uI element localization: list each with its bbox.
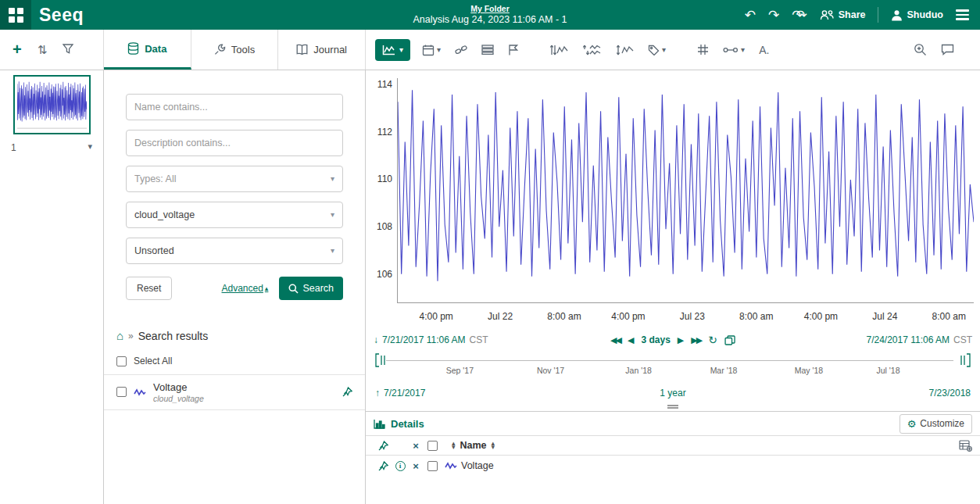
timeline-right-handle[interactable] xyxy=(958,353,971,367)
tab-data[interactable]: Data xyxy=(104,30,191,70)
split-lanes-button[interactable] xyxy=(580,42,603,58)
result-subtitle: cloud_voltage xyxy=(153,394,204,403)
search-button[interactable]: Search xyxy=(279,277,343,300)
range-end[interactable]: 7/24/2017 11:06 AM xyxy=(866,334,950,345)
chart-toolbar: ▾ ▾ xyxy=(366,30,980,70)
one-lane-button[interactable] xyxy=(547,42,570,58)
pin-column-icon[interactable] xyxy=(374,441,392,451)
range-end-tz: CST xyxy=(953,334,972,345)
breadcrumb-separator-icon: » xyxy=(128,331,134,341)
step-far-forward-icon[interactable]: ▶▶ xyxy=(691,335,701,345)
copy-range-icon[interactable] xyxy=(724,335,735,345)
asset-dropdown[interactable]: cloud_voltage ▾ xyxy=(126,202,343,228)
y-tick: 114 xyxy=(366,79,392,90)
comment-button[interactable] xyxy=(939,41,957,58)
step-far-back-icon[interactable]: ◀◀ xyxy=(610,335,621,345)
worksheet-thumbnail[interactable] xyxy=(13,75,91,134)
tab-tools[interactable]: Tools xyxy=(191,30,279,70)
tab-data-label: Data xyxy=(145,43,166,55)
annotate-button[interactable]: A. xyxy=(756,41,771,59)
thumbnail-chart xyxy=(17,79,87,130)
range-start-tz: CST xyxy=(470,334,488,345)
link-button[interactable] xyxy=(452,42,470,58)
investigate-start[interactable]: 7/21/2017 xyxy=(384,388,425,399)
display-range-bar: ↓ 7/21/2017 11:06 AM CST ◀◀ ◀ 3 days ▶ ▶… xyxy=(366,330,980,350)
range-duration[interactable]: 3 days xyxy=(641,334,670,345)
zoom-button[interactable] xyxy=(911,41,929,59)
table-settings-icon[interactable] xyxy=(959,440,972,452)
types-dropdown[interactable]: Types: All ▾ xyxy=(126,166,343,192)
name-column-header[interactable]: Name xyxy=(460,440,487,451)
table-row[interactable]: i × Voltage xyxy=(366,456,980,476)
advanced-link[interactable]: Advanced ▴ xyxy=(221,283,268,294)
chevron-down-icon: ▾ xyxy=(399,46,403,54)
pin-icon[interactable] xyxy=(342,387,352,397)
sort-dropdown[interactable]: Unsorted ▾ xyxy=(126,238,343,264)
reset-button[interactable]: Reset xyxy=(126,277,172,300)
list-item[interactable]: Voltage cloud_voltage xyxy=(104,375,365,410)
new-worksheet-button[interactable]: + xyxy=(13,41,22,59)
table-button[interactable] xyxy=(479,42,496,57)
row-checkbox[interactable] xyxy=(427,461,438,471)
one-axis-button[interactable] xyxy=(613,42,636,58)
timeline-track[interactable] xyxy=(386,360,953,361)
hamburger-menu-icon[interactable] xyxy=(956,9,969,20)
range-start[interactable]: 7/21/2017 11:06 AM xyxy=(382,334,466,345)
undo-icon[interactable]: ↶ xyxy=(745,9,756,22)
step-back-icon[interactable]: ◀ xyxy=(628,335,634,345)
apps-menu-button[interactable] xyxy=(0,0,31,30)
user-menu[interactable]: Shuduo xyxy=(891,9,943,21)
x-tick: Jul 24 xyxy=(872,311,897,322)
gridlines-button[interactable] xyxy=(695,41,711,58)
one-axis-icon xyxy=(615,45,634,55)
search-results-title: Search results xyxy=(138,330,208,342)
filter-worksheets-icon[interactable] xyxy=(63,43,73,56)
worksheet-sidebar: 1 ▾ xyxy=(0,70,104,504)
select-all-checkbox[interactable] xyxy=(116,356,127,366)
tab-journal[interactable]: Journal xyxy=(278,30,366,70)
result-checkbox[interactable] xyxy=(116,387,127,397)
trend-view-button[interactable]: ▾ xyxy=(375,39,410,61)
report-button[interactable] xyxy=(506,42,520,58)
investigate-end[interactable]: 7/23/2018 xyxy=(929,388,971,399)
worksheet-collapse-icon[interactable]: ▾ xyxy=(88,142,92,153)
sort-icon[interactable]: ▴▾ xyxy=(452,441,456,449)
x-tick: 8:00 am xyxy=(547,311,581,322)
investigate-duration[interactable]: 1 year xyxy=(660,388,685,399)
panel-splitter[interactable] xyxy=(366,402,980,411)
tab-tools-label: Tools xyxy=(231,44,255,55)
details-select-all-checkbox[interactable] xyxy=(427,441,438,451)
reorder-worksheets-icon[interactable]: ⇅ xyxy=(38,43,48,57)
labels-button[interactable]: ▾ xyxy=(646,42,668,58)
samples-button[interactable]: ▾ xyxy=(721,44,747,56)
date-range-button[interactable]: ▾ xyxy=(420,41,443,59)
splitter-grip-icon xyxy=(667,405,678,409)
step-forward-icon[interactable]: ▶ xyxy=(678,335,684,345)
breadcrumb[interactable]: My Folder xyxy=(413,4,567,14)
x-tick: 8:00 am xyxy=(932,311,966,322)
info-icon[interactable]: i xyxy=(395,461,406,471)
plot-area[interactable] xyxy=(397,78,974,303)
trend-chart-icon xyxy=(382,45,395,55)
description-contains-input[interactable] xyxy=(126,130,343,156)
timeline-left-handle[interactable] xyxy=(375,353,388,367)
customize-button[interactable]: ⚙ Customize xyxy=(900,414,972,434)
remove-item-icon[interactable]: × xyxy=(408,460,424,472)
share-button[interactable]: Share xyxy=(820,9,866,20)
redo-icon[interactable]: ↷ xyxy=(768,9,779,22)
refresh-icon[interactable]: ↻ xyxy=(708,334,717,346)
home-icon[interactable]: ⌂ xyxy=(116,329,123,342)
annotate-icon: A. xyxy=(759,44,769,56)
top-bar: Seeq My Folder Analysis Aug 24, 2023 11:… xyxy=(0,0,980,30)
speech-bubble-icon xyxy=(941,44,954,55)
chevron-down-icon: ▾ xyxy=(331,247,334,255)
name-contains-input[interactable] xyxy=(126,94,343,120)
chevron-down-icon: ▾ xyxy=(662,46,666,54)
sort-icon[interactable]: ▴▾ xyxy=(492,441,495,449)
forward-all-icon[interactable]: ↷↷ xyxy=(792,9,807,22)
trend-chart[interactable]: 114 112 110 108 106 4:00 pm Jul 22 8:00 … xyxy=(366,70,980,330)
pin-icon[interactable] xyxy=(374,461,392,471)
investigate-timeline[interactable]: Sep '17 Nov '17 Jan '18 Mar '18 May '18 … xyxy=(375,353,971,384)
timeline-tick: May '18 xyxy=(795,366,823,375)
remove-all-icon[interactable]: × xyxy=(408,440,424,452)
